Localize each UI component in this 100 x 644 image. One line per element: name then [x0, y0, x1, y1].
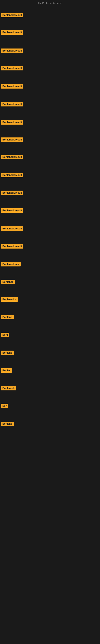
bottleneck-badge[interactable]: Bottleneck result [1, 102, 23, 106]
list-item: Bottleneck result [1, 208, 23, 214]
bottleneck-badge[interactable]: Bottleneck result [1, 138, 23, 142]
list-item: Bottleneck result [1, 48, 23, 54]
bottleneck-badge[interactable]: Bottleneck result [1, 30, 23, 34]
list-item: Bottlene [1, 422, 14, 427]
list-item: Bottleneck result [1, 155, 23, 160]
bottleneck-badge[interactable]: Bottleneck [1, 386, 16, 390]
list-item: Bottler [1, 368, 12, 374]
list-item: Bottleneck [1, 386, 16, 391]
list-item: Bott [1, 404, 8, 409]
list-item: Bottleneck r [1, 297, 18, 302]
bottleneck-badge[interactable]: Bottlene [1, 350, 14, 355]
list-item: Bottleneck result [1, 173, 23, 178]
bottleneck-badge[interactable]: Bottleneck result [1, 226, 23, 231]
bottleneck-badge[interactable]: Bottleneck result [1, 13, 23, 17]
list-item: Bottleneck result [1, 66, 23, 71]
bottleneck-badge[interactable]: Bottleneck result [1, 48, 23, 53]
bottleneck-badge[interactable]: Bottleneck res [1, 262, 21, 266]
list-item: Bottleneck res [1, 262, 21, 267]
bottleneck-badge[interactable]: Bottleneck result [1, 190, 23, 195]
bottleneck-badge[interactable]: Bottlene [1, 315, 14, 320]
list-item: Bottleneck result [1, 138, 23, 143]
list-item: Bottleneck result [1, 30, 23, 36]
site-header: TheBottlenecker.com [0, 0, 100, 6]
site-title: TheBottlenecker.com [38, 2, 62, 5]
list-item: Bottleneck result [1, 102, 23, 107]
list-item: Bottleneck result [1, 190, 23, 196]
list-item: Bottleneck result [1, 13, 23, 18]
bottleneck-badge[interactable]: Bott [1, 404, 8, 408]
bottleneck-badge[interactable]: Bottleneck result [1, 66, 23, 70]
list-item: Bottl [1, 333, 9, 338]
bottleneck-badge[interactable]: Bottler [1, 368, 12, 373]
text-cursor [1, 478, 1, 482]
list-item: Bottlenec [1, 280, 15, 285]
bottleneck-badge[interactable]: Bottleneck result [1, 155, 23, 159]
bottleneck-badge[interactable]: Bottleneck result [1, 208, 23, 213]
bottleneck-badge[interactable]: Bottlenec [1, 280, 15, 284]
list-item: Bottleneck result [1, 244, 23, 249]
list-item: Bottleneck result [1, 120, 23, 126]
bottleneck-badge[interactable]: Bottleneck result [1, 244, 23, 248]
list-item: Bottlene [1, 350, 14, 356]
bottleneck-badge[interactable]: Bottl [1, 333, 9, 337]
bottleneck-badge[interactable]: Bottleneck result [1, 84, 23, 88]
bottleneck-badge[interactable]: Bottlene [1, 422, 14, 426]
list-item: Bottlene [1, 315, 14, 320]
bottleneck-badge[interactable]: Bottleneck r [1, 297, 18, 302]
bottleneck-badge[interactable]: Bottleneck result [1, 173, 23, 177]
list-item: Bottleneck result [1, 84, 23, 89]
list-item: Bottleneck result [1, 226, 23, 232]
bottleneck-badge[interactable]: Bottleneck result [1, 120, 23, 124]
